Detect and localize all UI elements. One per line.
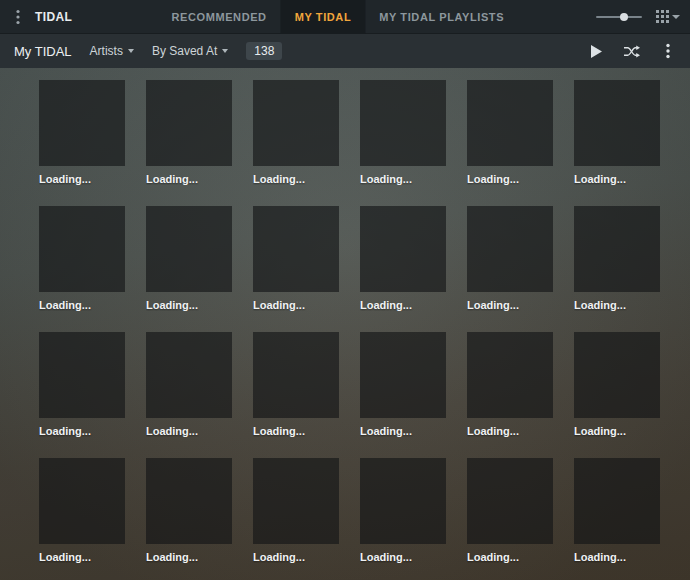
album-art-placeholder (574, 458, 660, 544)
album-tile[interactable]: Loading... (467, 206, 553, 311)
filter-toolbar: My TIDAL Artists By Saved At 138 (0, 34, 690, 68)
filter-artists-label: Artists (90, 44, 123, 58)
tile-label: Loading... (39, 425, 125, 437)
tab-bar: RECOMMENDED MY TIDAL MY TIDAL PLAYLISTS (157, 0, 518, 34)
album-art-placeholder (574, 332, 660, 418)
item-count-badge: 138 (246, 42, 282, 60)
app-title: TIDAL (35, 10, 72, 24)
album-tile[interactable]: Loading... (467, 332, 553, 437)
chevron-down-icon (128, 49, 134, 53)
tile-label: Loading... (467, 425, 553, 437)
album-tile[interactable]: Loading... (146, 332, 232, 437)
album-tile[interactable]: Loading... (467, 80, 553, 185)
album-art-placeholder (253, 206, 339, 292)
album-art-placeholder (39, 206, 125, 292)
tile-label: Loading... (467, 551, 553, 563)
album-tile[interactable]: Loading... (146, 206, 232, 311)
filter-sort-by-label: By Saved At (152, 44, 217, 58)
content-area: Loading... Loading... Loading... Loading… (0, 68, 690, 580)
kebab-menu-icon (16, 9, 20, 25)
tile-label: Loading... (253, 551, 339, 563)
album-art-placeholder (574, 206, 660, 292)
tile-label: Loading... (467, 299, 553, 311)
play-icon (591, 45, 602, 58)
album-art-placeholder (39, 458, 125, 544)
album-tile[interactable]: Loading... (253, 458, 339, 563)
album-art-placeholder (146, 458, 232, 544)
tile-label: Loading... (360, 299, 446, 311)
album-tile[interactable]: Loading... (360, 80, 446, 185)
album-tile[interactable]: Loading... (574, 80, 660, 185)
album-tile[interactable]: Loading... (253, 80, 339, 185)
album-art-placeholder (360, 80, 446, 166)
album-tile[interactable]: Loading... (467, 458, 553, 563)
tile-label: Loading... (39, 299, 125, 311)
tile-label: Loading... (253, 173, 339, 185)
section-title: My TIDAL (14, 44, 72, 59)
chevron-down-icon (672, 15, 680, 19)
album-tile[interactable]: Loading... (146, 80, 232, 185)
tab-my-tidal-playlists[interactable]: MY TIDAL PLAYLISTS (365, 0, 518, 34)
tile-label: Loading... (360, 425, 446, 437)
album-art-placeholder (39, 332, 125, 418)
album-tile[interactable]: Loading... (574, 206, 660, 311)
shuffle-icon (624, 45, 640, 58)
album-art-placeholder (467, 458, 553, 544)
album-tile[interactable]: Loading... (146, 458, 232, 563)
album-tile[interactable]: Loading... (253, 206, 339, 311)
slider-knob[interactable] (620, 13, 628, 21)
album-tile[interactable]: Loading... (360, 332, 446, 437)
album-art-placeholder (467, 332, 553, 418)
album-tile[interactable]: Loading... (253, 332, 339, 437)
album-tile[interactable]: Loading... (360, 206, 446, 311)
album-art-placeholder (39, 80, 125, 166)
album-art-placeholder (360, 458, 446, 544)
tile-label: Loading... (574, 425, 660, 437)
view-mode-button[interactable] (656, 10, 680, 23)
tile-label: Loading... (360, 173, 446, 185)
tile-label: Loading... (39, 551, 125, 563)
album-art-placeholder (467, 80, 553, 166)
album-tile[interactable]: Loading... (39, 332, 125, 437)
play-button[interactable] (588, 43, 604, 59)
album-tile[interactable]: Loading... (39, 80, 125, 185)
tab-my-tidal[interactable]: MY TIDAL (281, 0, 366, 34)
grid-view-icon (656, 10, 669, 23)
tidal-plugin-window: TIDAL RECOMMENDED MY TIDAL MY TIDAL PLAY… (0, 0, 690, 580)
tile-label: Loading... (146, 299, 232, 311)
tile-label: Loading... (574, 299, 660, 311)
slider-track (596, 16, 642, 18)
tile-label: Loading... (574, 551, 660, 563)
album-art-placeholder (146, 80, 232, 166)
album-art-placeholder (467, 206, 553, 292)
tile-label: Loading... (253, 299, 339, 311)
album-art-placeholder (253, 458, 339, 544)
tile-label: Loading... (39, 173, 125, 185)
filter-artists[interactable]: Artists (90, 44, 134, 58)
album-art-placeholder (146, 206, 232, 292)
album-art-placeholder (360, 206, 446, 292)
album-grid: Loading... Loading... Loading... Loading… (0, 68, 690, 563)
thumbnail-size-slider[interactable] (596, 10, 642, 24)
tile-label: Loading... (467, 173, 553, 185)
album-art-placeholder (253, 332, 339, 418)
tile-label: Loading... (253, 425, 339, 437)
album-tile[interactable]: Loading... (360, 458, 446, 563)
top-bar: TIDAL RECOMMENDED MY TIDAL MY TIDAL PLAY… (0, 0, 690, 34)
tile-label: Loading... (146, 551, 232, 563)
tile-label: Loading... (360, 551, 446, 563)
album-art-placeholder (574, 80, 660, 166)
album-tile[interactable]: Loading... (574, 458, 660, 563)
window-menu-button[interactable] (10, 6, 26, 28)
tile-label: Loading... (574, 173, 660, 185)
filter-sort-by[interactable]: By Saved At (152, 44, 228, 58)
tab-recommended[interactable]: RECOMMENDED (157, 0, 280, 34)
kebab-menu-icon (666, 43, 670, 59)
album-tile[interactable]: Loading... (39, 206, 125, 311)
album-tile[interactable]: Loading... (39, 458, 125, 563)
tile-label: Loading... (146, 173, 232, 185)
shuffle-button[interactable] (624, 43, 640, 59)
album-tile[interactable]: Loading... (574, 332, 660, 437)
more-options-button[interactable] (660, 43, 676, 59)
album-art-placeholder (253, 80, 339, 166)
